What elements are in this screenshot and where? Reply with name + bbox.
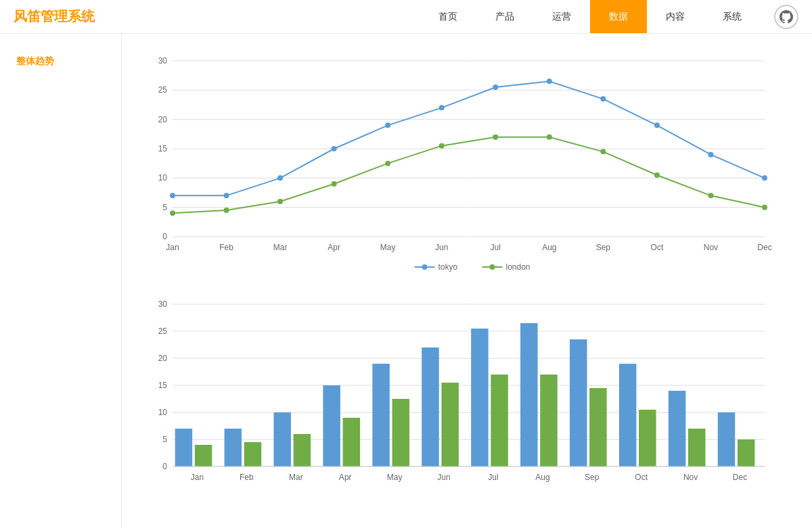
header: 风笛管理系统 首页 产品 运营 数据 内容 系统 (0, 0, 812, 34)
nav-content[interactable]: 内容 (647, 0, 704, 33)
sidebar-item-trend[interactable]: 整体趋势 (0, 47, 121, 76)
nav-system[interactable]: 系统 (704, 0, 761, 33)
bar-chart-container (142, 291, 792, 507)
main-nav: 首页 产品 运营 数据 内容 系统 (420, 0, 761, 33)
line-chart-container (142, 47, 792, 277)
nav-data[interactable]: 数据 (590, 0, 647, 33)
nav-product[interactable]: 产品 (476, 0, 533, 33)
line-chart (142, 47, 778, 277)
main-content (122, 34, 812, 528)
github-icon[interactable] (774, 5, 798, 29)
sidebar: 整体趋势 (0, 34, 122, 528)
nav-operation[interactable]: 运营 (533, 0, 590, 33)
nav-home[interactable]: 首页 (420, 0, 476, 33)
bar-chart (142, 291, 778, 507)
layout: 整体趋势 (0, 34, 812, 528)
app-logo: 风笛管理系统 (14, 7, 95, 26)
